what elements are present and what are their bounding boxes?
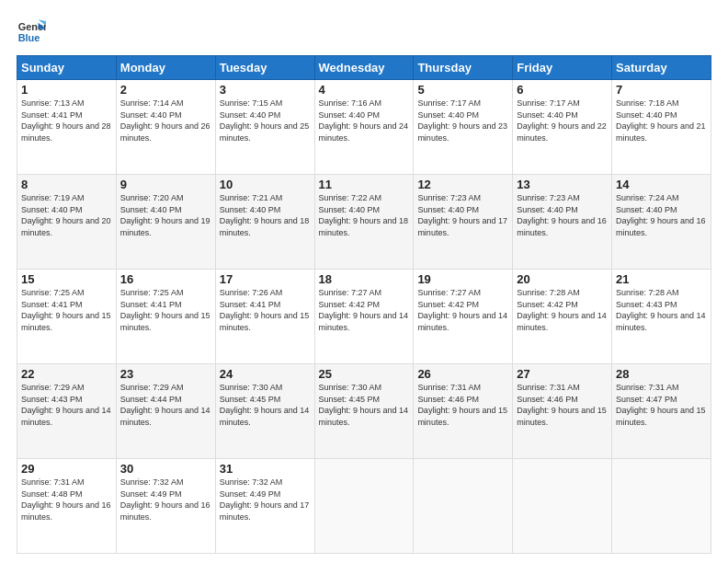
header: General Blue [17,17,711,46]
day-cell: 23 Sunrise: 7:29 AMSunset: 4:44 PMDaylig… [116,364,215,459]
day-info: Sunrise: 7:28 AMSunset: 4:43 PMDaylight:… [616,288,706,332]
day-info: Sunrise: 7:23 AMSunset: 4:40 PMDaylight:… [417,193,507,237]
day-info: Sunrise: 7:17 AMSunset: 4:40 PMDaylight:… [517,98,607,143]
day-cell: 22 Sunrise: 7:29 AMSunset: 4:43 PMDaylig… [17,364,117,459]
day-cell [513,459,612,554]
day-info: Sunrise: 7:31 AMSunset: 4:46 PMDaylight:… [517,383,607,427]
day-info: Sunrise: 7:15 AMSunset: 4:40 PMDaylight:… [220,98,310,143]
week-row-2: 8 Sunrise: 7:19 AMSunset: 4:40 PMDayligh… [17,175,711,270]
day-number: 12 [417,178,508,191]
day-number: 24 [220,367,311,381]
day-cell: 20 Sunrise: 7:28 AMSunset: 4:42 PMDaylig… [513,270,612,364]
day-info: Sunrise: 7:31 AMSunset: 4:47 PMDaylight:… [616,383,706,427]
day-cell: 17 Sunrise: 7:26 AMSunset: 4:41 PMDaylig… [215,270,314,364]
weekday-header-saturday: Saturday [612,56,711,80]
week-row-3: 15 Sunrise: 7:25 AMSunset: 4:41 PMDaylig… [17,270,711,364]
day-number: 16 [120,272,211,286]
day-number: 29 [21,462,112,476]
day-info: Sunrise: 7:23 AMSunset: 4:40 PMDaylight:… [517,193,607,237]
generalblue-logo-icon: General Blue [17,17,46,46]
svg-text:Blue: Blue [18,32,40,43]
day-info: Sunrise: 7:14 AMSunset: 4:40 PMDaylight:… [120,98,210,143]
day-number: 5 [417,83,508,97]
day-cell: 15 Sunrise: 7:25 AMSunset: 4:41 PMDaylig… [17,270,117,364]
day-cell: 14 Sunrise: 7:24 AMSunset: 4:40 PMDaylig… [612,175,711,270]
day-number: 4 [319,83,410,97]
weekday-header-sunday: Sunday [17,56,117,80]
day-info: Sunrise: 7:29 AMSunset: 4:43 PMDaylight:… [21,383,111,427]
day-info: Sunrise: 7:25 AMSunset: 4:41 PMDaylight:… [21,288,111,332]
day-number: 30 [120,462,211,476]
day-cell: 21 Sunrise: 7:28 AMSunset: 4:43 PMDaylig… [612,270,711,364]
day-number: 17 [220,272,311,286]
day-info: Sunrise: 7:32 AMSunset: 4:49 PMDaylight:… [120,477,210,522]
weekday-header-thursday: Thursday [414,56,513,80]
day-number: 2 [120,83,211,97]
day-cell: 26 Sunrise: 7:31 AMSunset: 4:46 PMDaylig… [414,364,513,459]
day-info: Sunrise: 7:30 AMSunset: 4:45 PMDaylight:… [319,383,409,427]
day-number: 13 [517,178,608,191]
day-number: 28 [616,367,707,381]
day-info: Sunrise: 7:18 AMSunset: 4:40 PMDaylight:… [616,98,706,143]
day-cell: 18 Sunrise: 7:27 AMSunset: 4:42 PMDaylig… [314,270,414,364]
day-cell: 29 Sunrise: 7:31 AMSunset: 4:48 PMDaylig… [17,459,117,554]
day-cell: 13 Sunrise: 7:23 AMSunset: 4:40 PMDaylig… [513,175,612,270]
day-cell: 19 Sunrise: 7:27 AMSunset: 4:42 PMDaylig… [414,270,513,364]
day-info: Sunrise: 7:27 AMSunset: 4:42 PMDaylight:… [417,288,507,332]
week-row-4: 22 Sunrise: 7:29 AMSunset: 4:43 PMDaylig… [17,364,711,459]
day-number: 3 [220,83,311,97]
day-number: 21 [616,272,707,286]
page: General Blue SundayMondayTuesdayWednesda… [0,0,728,563]
day-info: Sunrise: 7:22 AMSunset: 4:40 PMDaylight:… [319,193,409,237]
weekday-header-tuesday: Tuesday [215,56,314,80]
day-info: Sunrise: 7:20 AMSunset: 4:40 PMDaylight:… [120,193,210,237]
day-info: Sunrise: 7:21 AMSunset: 4:40 PMDaylight:… [220,193,310,237]
day-info: Sunrise: 7:27 AMSunset: 4:42 PMDaylight:… [319,288,409,332]
weekday-header-row: SundayMondayTuesdayWednesdayThursdayFrid… [17,56,711,80]
day-info: Sunrise: 7:28 AMSunset: 4:42 PMDaylight:… [517,288,607,332]
day-number: 7 [616,83,707,97]
day-cell: 24 Sunrise: 7:30 AMSunset: 4:45 PMDaylig… [215,364,314,459]
day-number: 1 [21,83,112,97]
day-cell: 30 Sunrise: 7:32 AMSunset: 4:49 PMDaylig… [116,459,215,554]
day-cell: 2 Sunrise: 7:14 AMSunset: 4:40 PMDayligh… [116,80,215,175]
day-cell: 10 Sunrise: 7:21 AMSunset: 4:40 PMDaylig… [215,175,314,270]
day-number: 25 [319,367,410,381]
day-number: 18 [319,272,410,286]
day-number: 20 [517,272,608,286]
week-row-5: 29 Sunrise: 7:31 AMSunset: 4:48 PMDaylig… [17,459,711,554]
day-cell [414,459,513,554]
day-cell: 11 Sunrise: 7:22 AMSunset: 4:40 PMDaylig… [314,175,414,270]
day-cell: 6 Sunrise: 7:17 AMSunset: 4:40 PMDayligh… [513,80,612,175]
day-info: Sunrise: 7:13 AMSunset: 4:41 PMDaylight:… [21,98,111,143]
day-cell: 3 Sunrise: 7:15 AMSunset: 4:40 PMDayligh… [215,80,314,175]
day-cell: 25 Sunrise: 7:30 AMSunset: 4:45 PMDaylig… [314,364,414,459]
day-info: Sunrise: 7:16 AMSunset: 4:40 PMDaylight:… [319,98,409,143]
day-number: 14 [616,178,707,191]
day-info: Sunrise: 7:25 AMSunset: 4:41 PMDaylight:… [120,288,210,332]
day-info: Sunrise: 7:17 AMSunset: 4:40 PMDaylight:… [417,98,507,143]
weekday-header-friday: Friday [513,56,612,80]
week-row-1: 1 Sunrise: 7:13 AMSunset: 4:41 PMDayligh… [17,80,711,175]
day-number: 6 [517,83,608,97]
day-info: Sunrise: 7:32 AMSunset: 4:49 PMDaylight:… [220,477,310,522]
day-cell [612,459,711,554]
logo: General Blue [17,17,46,46]
day-number: 31 [220,462,311,476]
day-number: 27 [517,367,608,381]
day-cell: 27 Sunrise: 7:31 AMSunset: 4:46 PMDaylig… [513,364,612,459]
day-cell: 12 Sunrise: 7:23 AMSunset: 4:40 PMDaylig… [414,175,513,270]
calendar-table: SundayMondayTuesdayWednesdayThursdayFrid… [17,55,711,554]
weekday-header-wednesday: Wednesday [314,56,414,80]
day-number: 9 [120,178,211,191]
day-info: Sunrise: 7:24 AMSunset: 4:40 PMDaylight:… [616,193,706,237]
day-number: 10 [220,178,311,191]
day-cell: 31 Sunrise: 7:32 AMSunset: 4:49 PMDaylig… [215,459,314,554]
weekday-header-monday: Monday [116,56,215,80]
day-info: Sunrise: 7:19 AMSunset: 4:40 PMDaylight:… [21,193,111,237]
day-cell: 5 Sunrise: 7:17 AMSunset: 4:40 PMDayligh… [414,80,513,175]
day-number: 8 [21,178,112,191]
day-number: 22 [21,367,112,381]
day-cell: 8 Sunrise: 7:19 AMSunset: 4:40 PMDayligh… [17,175,117,270]
day-number: 26 [417,367,508,381]
